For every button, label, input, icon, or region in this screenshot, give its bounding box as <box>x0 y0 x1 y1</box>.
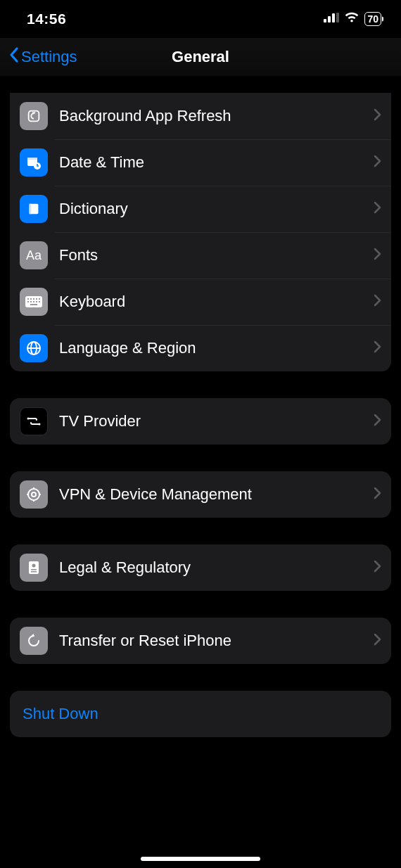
fonts-icon: Aa <box>20 241 48 269</box>
settings-group: Shut Down <box>10 691 391 737</box>
row-label: Keyboard <box>59 293 373 311</box>
reset-icon <box>20 627 48 655</box>
calendar-clock-icon <box>20 148 48 177</box>
svg-rect-1 <box>328 16 331 23</box>
battery-level: 70 <box>367 13 378 25</box>
settings-group: Background App Refresh Date & Time Dicti… <box>10 93 391 371</box>
globe-icon <box>20 334 48 362</box>
svg-rect-12 <box>30 298 32 300</box>
row-vpn-device-management[interactable]: VPN & Device Management <box>10 471 391 518</box>
svg-point-27 <box>28 489 39 500</box>
svg-rect-14 <box>36 298 37 300</box>
row-label: TV Provider <box>59 412 373 430</box>
chevron-right-icon <box>373 560 381 575</box>
svg-rect-6 <box>27 158 37 160</box>
gear-icon <box>20 480 48 509</box>
settings-group: Legal & Regulatory <box>10 544 391 591</box>
row-dictionary[interactable]: Dictionary <box>10 186 391 232</box>
row-fonts[interactable]: Aa Fonts <box>10 232 391 279</box>
book-icon <box>20 195 48 223</box>
svg-rect-35 <box>31 569 37 570</box>
row-legal-regulatory[interactable]: Legal & Regulatory <box>10 544 391 591</box>
row-label: VPN & Device Management <box>59 485 373 504</box>
settings-content: Background App Refresh Date & Time Dicti… <box>0 93 401 765</box>
back-label: Settings <box>21 48 77 66</box>
svg-rect-15 <box>39 298 40 300</box>
svg-rect-36 <box>31 571 37 573</box>
svg-rect-0 <box>324 19 326 23</box>
row-label: Legal & Regulatory <box>59 559 373 577</box>
svg-rect-3 <box>336 13 339 23</box>
svg-rect-16 <box>27 301 29 302</box>
chevron-right-icon <box>373 633 381 649</box>
svg-point-28 <box>32 492 36 497</box>
chevron-right-icon <box>373 294 381 309</box>
row-background-app-refresh[interactable]: Background App Refresh <box>10 93 391 139</box>
row-keyboard[interactable]: Keyboard <box>10 279 391 325</box>
tv-provider-icon <box>20 407 48 435</box>
row-label: Transfer or Reset iPhone <box>59 632 373 650</box>
back-button[interactable]: Settings <box>8 46 77 68</box>
svg-point-25 <box>27 418 30 420</box>
settings-group: VPN & Device Management <box>10 471 391 518</box>
svg-rect-11 <box>27 298 29 300</box>
chevron-right-icon <box>373 248 381 263</box>
status-time: 14:56 <box>27 11 66 27</box>
status-bar: 14:56 70 <box>0 0 401 38</box>
row-label: Date & Time <box>59 153 373 172</box>
nav-bar: Settings General <box>0 38 401 76</box>
svg-rect-4 <box>29 111 39 122</box>
chevron-right-icon <box>373 487 381 502</box>
chevron-right-icon <box>373 340 381 356</box>
svg-rect-20 <box>39 301 40 302</box>
status-indicators: 70 <box>324 12 381 26</box>
svg-point-26 <box>39 423 41 426</box>
svg-rect-13 <box>33 298 34 300</box>
page-title: General <box>172 48 229 66</box>
row-language-region[interactable]: Language & Region <box>10 325 391 371</box>
svg-rect-19 <box>36 301 37 302</box>
home-indicator[interactable] <box>141 857 260 861</box>
row-label: Language & Region <box>59 339 373 357</box>
row-shut-down[interactable]: Shut Down <box>10 691 391 737</box>
refresh-icon <box>20 102 48 130</box>
row-label: Background App Refresh <box>59 107 373 125</box>
svg-rect-2 <box>332 13 335 23</box>
chevron-right-icon <box>373 155 381 170</box>
svg-rect-17 <box>30 301 32 302</box>
cellular-icon <box>324 13 339 25</box>
svg-point-34 <box>32 564 36 568</box>
row-label: Shut Down <box>23 705 381 723</box>
chevron-right-icon <box>373 201 381 217</box>
svg-rect-18 <box>33 301 34 302</box>
wifi-icon <box>344 12 359 26</box>
svg-rect-21 <box>30 304 37 305</box>
chevron-right-icon <box>373 108 381 124</box>
svg-rect-9 <box>30 204 32 215</box>
battery-indicator: 70 <box>364 12 381 26</box>
settings-group: TV Provider <box>10 398 391 445</box>
row-label: Dictionary <box>59 200 373 218</box>
keyboard-icon <box>20 288 48 316</box>
chevron-right-icon <box>373 414 381 429</box>
row-tv-provider[interactable]: TV Provider <box>10 398 391 445</box>
row-date-time[interactable]: Date & Time <box>10 139 391 186</box>
settings-group: Transfer or Reset iPhone <box>10 618 391 664</box>
row-transfer-reset[interactable]: Transfer or Reset iPhone <box>10 618 391 664</box>
chevron-left-icon <box>8 46 20 68</box>
row-label: Fonts <box>59 246 373 264</box>
certificate-icon <box>20 554 48 582</box>
